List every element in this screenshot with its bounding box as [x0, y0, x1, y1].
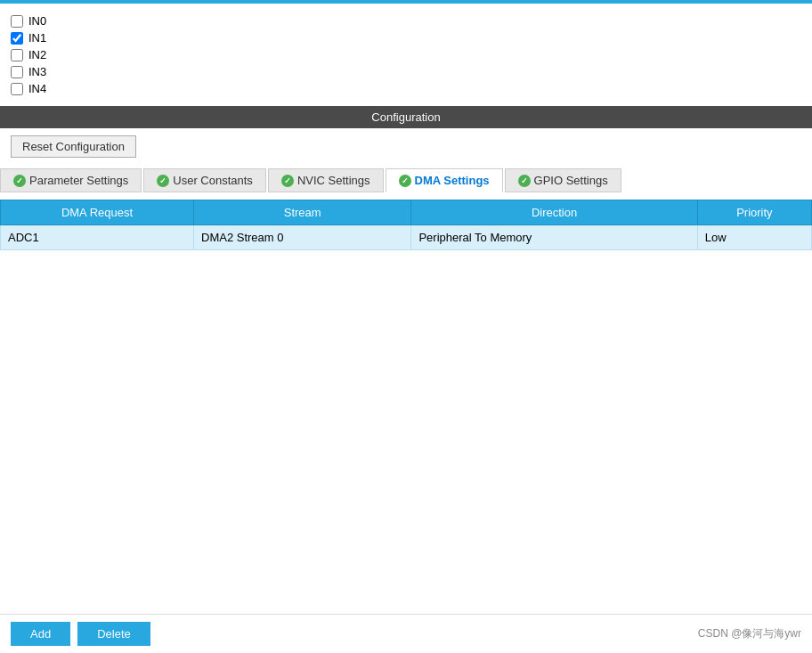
table-header-dma-request: DMA Request — [1, 200, 194, 225]
table-cell-0-3: Low — [697, 225, 811, 250]
checkbox-label-in2: IN2 — [28, 48, 46, 61]
checkbox-in0[interactable] — [11, 15, 23, 28]
tab-label-nvic-settings: NVIC Settings — [297, 174, 370, 187]
table-body: ADC1DMA2 Stream 0Peripheral To MemoryLow — [1, 225, 812, 250]
tab-icon-parameter-settings: ✓ — [13, 175, 26, 187]
dma-table: DMA RequestStreamDirectionPriority ADC1D… — [0, 200, 812, 250]
config-header: Configuration — [0, 106, 812, 128]
delete-button[interactable]: Delete — [77, 622, 150, 646]
table-header-direction: Direction — [411, 200, 697, 225]
checkbox-item-in1[interactable]: IN1 — [11, 31, 801, 45]
checkbox-in1[interactable] — [11, 32, 23, 45]
reset-configuration-button[interactable]: Reset Configuration — [11, 135, 136, 158]
table-header-stream: Stream — [194, 200, 411, 225]
table-section: DMA RequestStreamDirectionPriority ADC1D… — [0, 192, 812, 257]
tab-icon-nvic-settings: ✓ — [281, 175, 294, 187]
reset-area: Reset Configuration — [0, 128, 812, 165]
tab-label-gpio-settings: GPIO Settings — [534, 174, 608, 187]
checkbox-item-in4[interactable]: IN4 — [11, 82, 801, 95]
config-header-label: Configuration — [371, 110, 440, 124]
tab-icon-dma-settings: ✓ — [399, 175, 411, 187]
tab-label-dma-settings: DMA Settings — [415, 174, 490, 187]
table-row[interactable]: ADC1DMA2 Stream 0Peripheral To MemoryLow — [1, 225, 812, 250]
checkbox-label-in0: IN0 — [28, 14, 46, 28]
table-header-row: DMA RequestStreamDirectionPriority — [1, 200, 812, 225]
tab-user-constants[interactable]: ✓User Constants — [143, 168, 266, 192]
checkbox-label-in3: IN3 — [28, 65, 46, 78]
tab-label-parameter-settings: Parameter Settings — [29, 174, 128, 187]
tab-label-user-constants: User Constants — [173, 174, 253, 187]
tab-dma-settings[interactable]: ✓DMA Settings — [386, 168, 503, 192]
checkbox-item-in0[interactable]: IN0 — [11, 14, 801, 28]
checkbox-item-in3[interactable]: IN3 — [11, 65, 801, 78]
tab-icon-user-constants: ✓ — [157, 175, 169, 187]
checkbox-item-in2[interactable]: IN2 — [11, 48, 801, 61]
tab-gpio-settings[interactable]: ✓GPIO Settings — [505, 168, 621, 192]
table-cell-0-2: Peripheral To Memory — [411, 225, 697, 250]
tab-icon-gpio-settings: ✓ — [518, 175, 531, 187]
table-cell-0-1: DMA2 Stream 0 — [194, 225, 411, 250]
table-header-priority: Priority — [697, 200, 811, 225]
table-cell-0-0: ADC1 — [1, 225, 194, 250]
tab-bar: ✓Parameter Settings✓User Constants✓NVIC … — [0, 165, 812, 192]
checkbox-in2[interactable] — [11, 49, 23, 61]
checkbox-label-in4: IN4 — [28, 82, 46, 95]
checkbox-in4[interactable] — [11, 83, 23, 95]
checkbox-in3[interactable] — [11, 66, 23, 78]
tab-nvic-settings[interactable]: ✓NVIC Settings — [268, 168, 384, 192]
tab-parameter-settings[interactable]: ✓Parameter Settings — [0, 168, 142, 192]
bottom-bar: Add Delete CSDN @像河与海ywr — [0, 614, 812, 653]
add-button[interactable]: Add — [11, 622, 70, 646]
watermark: CSDN @像河与海ywr — [698, 626, 801, 641]
checkbox-label-in1: IN1 — [28, 31, 46, 45]
checkbox-section: IN0IN1IN2IN3IN4 — [0, 4, 812, 106]
